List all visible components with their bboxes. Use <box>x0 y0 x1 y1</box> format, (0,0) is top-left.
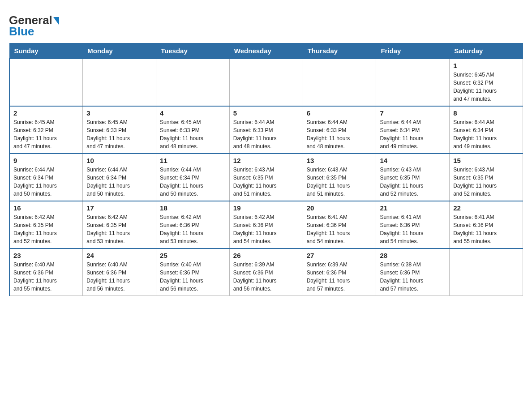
day-number: 27 <box>307 252 373 259</box>
page-header: General Blue <box>9 9 523 39</box>
calendar-day-cell <box>229 59 303 106</box>
day-number: 15 <box>453 157 519 164</box>
calendar-header-friday: Friday <box>376 43 450 59</box>
calendar-day-cell: 12Sunrise: 6:43 AM Sunset: 6:35 PM Dayli… <box>229 154 303 201</box>
calendar-header-wednesday: Wednesday <box>229 43 303 59</box>
day-number: 21 <box>380 204 446 212</box>
calendar-day-cell: 6Sunrise: 6:44 AM Sunset: 6:33 PM Daylig… <box>303 106 376 154</box>
day-info: Sunrise: 6:42 AM Sunset: 6:36 PM Dayligh… <box>233 213 299 245</box>
calendar-day-cell: 23Sunrise: 6:40 AM Sunset: 6:36 PM Dayli… <box>9 248 83 296</box>
calendar-day-cell: 14Sunrise: 6:43 AM Sunset: 6:35 PM Dayli… <box>376 154 450 201</box>
day-info: Sunrise: 6:41 AM Sunset: 6:36 PM Dayligh… <box>453 213 519 245</box>
calendar-day-cell: 7Sunrise: 6:44 AM Sunset: 6:34 PM Daylig… <box>376 106 450 154</box>
day-info: Sunrise: 6:44 AM Sunset: 6:33 PM Dayligh… <box>233 118 299 150</box>
day-number: 1 <box>453 62 519 69</box>
calendar-day-cell: 19Sunrise: 6:42 AM Sunset: 6:36 PM Dayli… <box>229 201 303 248</box>
calendar-day-cell: 2Sunrise: 6:45 AM Sunset: 6:32 PM Daylig… <box>9 106 83 154</box>
calendar-day-cell: 11Sunrise: 6:44 AM Sunset: 6:34 PM Dayli… <box>156 154 230 201</box>
day-info: Sunrise: 6:44 AM Sunset: 6:34 PM Dayligh… <box>13 166 79 198</box>
calendar-day-cell: 22Sunrise: 6:41 AM Sunset: 6:36 PM Dayli… <box>450 201 523 248</box>
day-info: Sunrise: 6:40 AM Sunset: 6:36 PM Dayligh… <box>160 261 226 293</box>
calendar-week-row: 9Sunrise: 6:44 AM Sunset: 6:34 PM Daylig… <box>9 154 523 201</box>
calendar-table: SundayMondayTuesdayWednesdayThursdayFrid… <box>9 43 523 296</box>
calendar-week-row: 23Sunrise: 6:40 AM Sunset: 6:36 PM Dayli… <box>9 248 523 296</box>
calendar-day-cell <box>450 248 523 296</box>
day-number: 23 <box>13 252 79 259</box>
day-number: 10 <box>86 157 152 164</box>
day-info: Sunrise: 6:43 AM Sunset: 6:35 PM Dayligh… <box>233 166 299 198</box>
calendar-day-cell: 15Sunrise: 6:43 AM Sunset: 6:35 PM Dayli… <box>450 154 523 201</box>
day-number: 3 <box>86 109 152 117</box>
day-number: 16 <box>13 204 79 212</box>
day-number: 2 <box>13 109 79 117</box>
day-number: 25 <box>160 252 226 259</box>
calendar-day-cell: 20Sunrise: 6:41 AM Sunset: 6:36 PM Dayli… <box>303 201 376 248</box>
day-info: Sunrise: 6:41 AM Sunset: 6:36 PM Dayligh… <box>307 213 373 245</box>
calendar-day-cell: 18Sunrise: 6:42 AM Sunset: 6:36 PM Dayli… <box>156 201 230 248</box>
day-number: 13 <box>307 157 373 164</box>
day-info: Sunrise: 6:42 AM Sunset: 6:35 PM Dayligh… <box>86 213 152 245</box>
day-info: Sunrise: 6:45 AM Sunset: 6:32 PM Dayligh… <box>13 118 79 150</box>
day-info: Sunrise: 6:44 AM Sunset: 6:34 PM Dayligh… <box>160 166 226 198</box>
calendar-day-cell <box>303 59 376 106</box>
day-info: Sunrise: 6:39 AM Sunset: 6:36 PM Dayligh… <box>233 261 299 293</box>
day-info: Sunrise: 6:38 AM Sunset: 6:36 PM Dayligh… <box>380 261 446 293</box>
calendar-header-saturday: Saturday <box>450 43 523 59</box>
logo: General Blue <box>9 13 59 39</box>
calendar-week-row: 1Sunrise: 6:45 AM Sunset: 6:32 PM Daylig… <box>9 59 523 106</box>
calendar-day-cell <box>376 59 450 106</box>
calendar-day-cell: 1Sunrise: 6:45 AM Sunset: 6:32 PM Daylig… <box>450 59 523 106</box>
calendar-day-cell: 10Sunrise: 6:44 AM Sunset: 6:34 PM Dayli… <box>83 154 156 201</box>
day-number: 24 <box>86 252 152 259</box>
calendar-day-cell <box>156 59 230 106</box>
day-number: 9 <box>13 157 79 164</box>
day-number: 4 <box>160 109 226 117</box>
day-number: 22 <box>453 204 519 212</box>
calendar-day-cell: 3Sunrise: 6:45 AM Sunset: 6:33 PM Daylig… <box>83 106 156 154</box>
calendar-day-cell: 4Sunrise: 6:45 AM Sunset: 6:33 PM Daylig… <box>156 106 230 154</box>
day-number: 12 <box>233 157 299 164</box>
calendar-day-cell <box>83 59 156 106</box>
calendar-day-cell: 13Sunrise: 6:43 AM Sunset: 6:35 PM Dayli… <box>303 154 376 201</box>
day-info: Sunrise: 6:45 AM Sunset: 6:32 PM Dayligh… <box>453 71 519 103</box>
calendar-week-row: 2Sunrise: 6:45 AM Sunset: 6:32 PM Daylig… <box>9 106 523 154</box>
day-number: 11 <box>160 157 226 164</box>
logo-arrow-icon <box>53 17 59 25</box>
day-number: 6 <box>307 109 373 117</box>
day-number: 18 <box>160 204 226 212</box>
day-info: Sunrise: 6:45 AM Sunset: 6:33 PM Dayligh… <box>86 118 152 150</box>
calendar-header-tuesday: Tuesday <box>156 43 230 59</box>
day-info: Sunrise: 6:44 AM Sunset: 6:34 PM Dayligh… <box>380 118 446 150</box>
calendar-header-sunday: Sunday <box>9 43 83 59</box>
day-info: Sunrise: 6:43 AM Sunset: 6:35 PM Dayligh… <box>453 166 519 198</box>
calendar-day-cell: 27Sunrise: 6:39 AM Sunset: 6:36 PM Dayli… <box>303 248 376 296</box>
day-info: Sunrise: 6:40 AM Sunset: 6:36 PM Dayligh… <box>13 261 79 293</box>
logo-blue-text: Blue <box>9 25 34 39</box>
day-number: 19 <box>233 204 299 212</box>
day-info: Sunrise: 6:43 AM Sunset: 6:35 PM Dayligh… <box>380 166 446 198</box>
calendar-day-cell <box>9 59 83 106</box>
day-info: Sunrise: 6:42 AM Sunset: 6:36 PM Dayligh… <box>160 213 226 245</box>
day-number: 26 <box>233 252 299 259</box>
day-info: Sunrise: 6:43 AM Sunset: 6:35 PM Dayligh… <box>307 166 373 198</box>
day-number: 20 <box>307 204 373 212</box>
day-info: Sunrise: 6:45 AM Sunset: 6:33 PM Dayligh… <box>160 118 226 150</box>
day-info: Sunrise: 6:44 AM Sunset: 6:34 PM Dayligh… <box>453 118 519 150</box>
day-info: Sunrise: 6:42 AM Sunset: 6:35 PM Dayligh… <box>13 213 79 245</box>
calendar-day-cell: 25Sunrise: 6:40 AM Sunset: 6:36 PM Dayli… <box>156 248 230 296</box>
day-number: 28 <box>380 252 446 259</box>
calendar-day-cell: 8Sunrise: 6:44 AM Sunset: 6:34 PM Daylig… <box>450 106 523 154</box>
calendar-header-monday: Monday <box>83 43 156 59</box>
calendar-header-thursday: Thursday <box>303 43 376 59</box>
day-info: Sunrise: 6:39 AM Sunset: 6:36 PM Dayligh… <box>307 261 373 293</box>
calendar-day-cell: 28Sunrise: 6:38 AM Sunset: 6:36 PM Dayli… <box>376 248 450 296</box>
calendar-day-cell: 5Sunrise: 6:44 AM Sunset: 6:33 PM Daylig… <box>229 106 303 154</box>
day-info: Sunrise: 6:44 AM Sunset: 6:34 PM Dayligh… <box>86 166 152 198</box>
calendar-day-cell: 24Sunrise: 6:40 AM Sunset: 6:36 PM Dayli… <box>83 248 156 296</box>
day-number: 7 <box>380 109 446 117</box>
day-number: 8 <box>453 109 519 117</box>
day-info: Sunrise: 6:44 AM Sunset: 6:33 PM Dayligh… <box>307 118 373 150</box>
day-info: Sunrise: 6:41 AM Sunset: 6:36 PM Dayligh… <box>380 213 446 245</box>
calendar-day-cell: 26Sunrise: 6:39 AM Sunset: 6:36 PM Dayli… <box>229 248 303 296</box>
calendar-day-cell: 16Sunrise: 6:42 AM Sunset: 6:35 PM Dayli… <box>9 201 83 248</box>
